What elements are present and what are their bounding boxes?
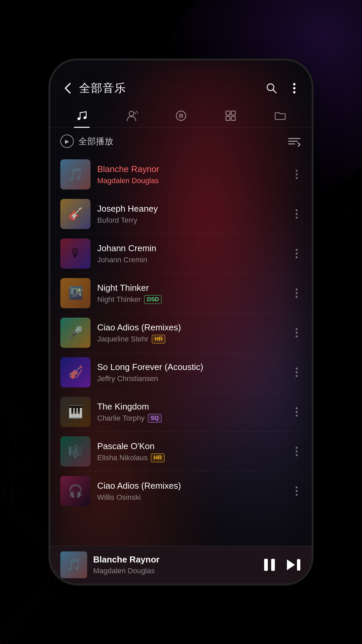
song-item[interactable]: 🎧 Ciao Adios (Remixes) Willis Osinski <box>50 471 312 511</box>
svg-point-18 <box>296 173 298 175</box>
song-art: 🎙 <box>60 238 90 269</box>
song-info: Joseph Heaney Buford Terry <box>97 204 285 225</box>
song-more-button[interactable] <box>292 443 302 460</box>
song-meta: Buford Terry <box>97 216 285 225</box>
more-menu-button[interactable] <box>287 81 302 96</box>
song-info: So Long Forever (Acoustic) Jeffry Christ… <box>97 362 285 383</box>
song-info: The Kingdom Charlie Torphy SQ <box>97 401 285 423</box>
next-button[interactable] <box>286 557 302 572</box>
song-info: Blanche Raynor Magdalen Douglas <box>97 164 285 185</box>
song-thumbnail: 🎸 <box>60 199 90 229</box>
play-all-bar[interactable]: ▶ 全部播放 <box>50 128 312 155</box>
back-button[interactable] <box>60 81 75 96</box>
now-playing-title: Blanche Raynor <box>93 554 257 565</box>
song-item[interactable]: 🎙 Johann Cremin Johann Cremin <box>50 234 312 273</box>
song-item[interactable]: 🎹 The Kingdom Charlie Torphy SQ <box>50 392 312 432</box>
svg-point-34 <box>296 375 298 377</box>
song-more-button[interactable] <box>292 166 302 183</box>
search-button[interactable] <box>264 81 279 96</box>
song-artist: Charlie Torphy <box>97 414 144 423</box>
svg-point-29 <box>296 328 298 330</box>
song-info: Ciao Adios (Remixes) Willis Osinski <box>97 481 285 502</box>
song-art: 🎻 <box>60 357 90 387</box>
svg-rect-45 <box>271 559 275 571</box>
svg-point-35 <box>296 407 298 409</box>
svg-point-2 <box>293 87 296 90</box>
quality-badge: SQ <box>148 414 162 423</box>
svg-point-24 <box>296 253 298 255</box>
quality-badge: HR <box>151 453 165 462</box>
song-more-button[interactable] <box>292 403 302 421</box>
svg-point-27 <box>296 292 298 294</box>
song-item[interactable]: 🌃 Night Thinker Night Thinker DSD <box>50 273 312 313</box>
song-art: 🎧 <box>60 476 90 506</box>
now-playing-info: Blanche Raynor Magdalen Douglas <box>93 554 257 575</box>
svg-rect-44 <box>264 559 268 571</box>
svg-point-32 <box>296 368 298 370</box>
song-artist: Johann Cremin <box>97 256 147 264</box>
svg-point-36 <box>296 411 298 413</box>
tab-albums[interactable] <box>168 106 194 127</box>
song-more-button[interactable] <box>292 284 302 302</box>
song-thumbnail: 🎻 <box>60 357 90 387</box>
svg-point-30 <box>296 332 298 334</box>
song-art: 🎹 <box>60 397 90 427</box>
song-info: Johann Cremin Johann Cremin <box>97 243 285 264</box>
svg-point-4 <box>77 117 80 120</box>
song-more-button[interactable] <box>292 482 302 500</box>
svg-point-28 <box>296 296 298 298</box>
song-artist: Elisha Nikolaus <box>97 453 147 462</box>
song-meta: Willis Osinski <box>97 493 285 502</box>
song-info: Ciao Adios (Remixes) Jaqueline Stehr HR <box>97 322 285 343</box>
song-meta: Johann Cremin <box>97 256 285 264</box>
app-header: 全部音乐 <box>50 60 312 103</box>
now-playing-artist: Magdalen Douglas <box>93 567 257 575</box>
song-meta: Elisha Nikolaus HR <box>97 453 285 462</box>
song-thumbnail: 🎧 <box>60 476 90 506</box>
svg-point-6 <box>129 111 134 116</box>
svg-point-40 <box>296 454 298 456</box>
song-artist: Jeffry Christiansen <box>97 374 158 383</box>
tab-songs[interactable] <box>69 106 95 127</box>
svg-point-17 <box>296 170 298 172</box>
svg-point-21 <box>296 213 298 215</box>
song-artist: Willis Osinski <box>97 493 141 502</box>
sort-button[interactable] <box>287 134 302 149</box>
song-title: Night Thinker <box>97 283 285 293</box>
svg-point-1 <box>293 83 296 86</box>
svg-point-43 <box>296 494 298 496</box>
svg-point-25 <box>296 256 298 258</box>
now-playing-bar[interactable]: 🎵 Blanche Raynor Magdalen Douglas <box>50 546 312 584</box>
svg-point-37 <box>296 415 298 417</box>
song-meta: Night Thinker DSD <box>97 295 285 304</box>
song-info: Pascale O'Kon Elisha Nikolaus HR <box>97 441 285 462</box>
song-thumbnail: 🎵 <box>60 159 90 190</box>
song-art: 🎼 <box>60 436 90 467</box>
song-artist: Magdalen Douglas <box>97 176 159 185</box>
song-title: The Kingdom <box>97 401 285 412</box>
nav-tabs <box>50 103 312 128</box>
song-item[interactable]: 🎤 Ciao Adios (Remixes) Jaqueline Stehr H… <box>50 313 312 353</box>
song-title: Joseph Heaney <box>97 204 285 214</box>
song-artist: Jaqueline Stehr <box>97 335 148 343</box>
song-item[interactable]: 🎻 So Long Forever (Acoustic) Jeffry Chri… <box>50 353 312 392</box>
tab-list[interactable] <box>218 106 244 127</box>
song-more-button[interactable] <box>292 205 302 223</box>
song-thumbnail: 🎼 <box>60 436 90 467</box>
svg-rect-10 <box>226 111 230 115</box>
song-item[interactable]: 🎸 Joseph Heaney Buford Terry <box>50 194 312 234</box>
svg-point-22 <box>296 217 298 219</box>
song-art: 🌃 <box>60 278 90 308</box>
tab-folder[interactable] <box>267 106 293 127</box>
song-more-button[interactable] <box>292 245 302 262</box>
song-more-button[interactable] <box>292 324 302 341</box>
song-title: Pascale O'Kon <box>97 441 285 451</box>
song-art: 🎤 <box>60 318 90 348</box>
svg-point-41 <box>296 486 298 488</box>
song-artist: Night Thinker <box>97 295 141 304</box>
song-item[interactable]: 🎵 Blanche Raynor Magdalen Douglas <box>50 155 312 194</box>
tab-artists[interactable] <box>118 106 144 127</box>
song-item[interactable]: 🎼 Pascale O'Kon Elisha Nikolaus HR <box>50 432 312 471</box>
pause-button[interactable] <box>263 557 276 572</box>
song-more-button[interactable] <box>292 364 302 381</box>
